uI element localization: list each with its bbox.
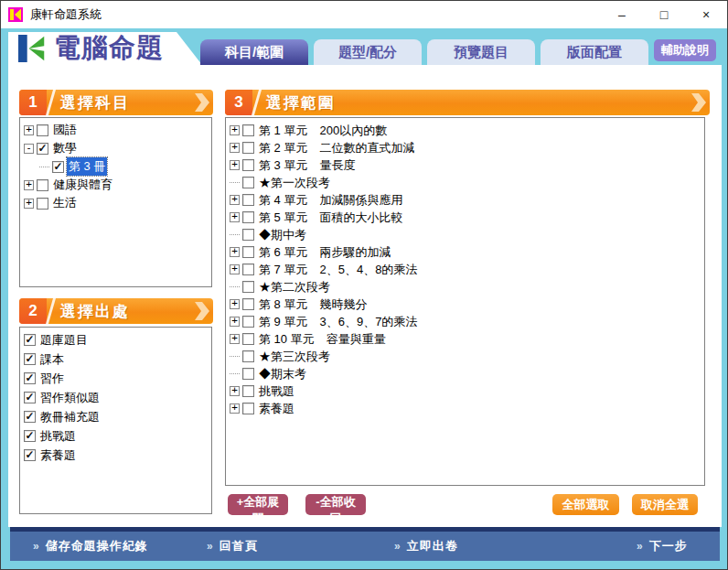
tree-label[interactable]: ★第一次段考 [257, 174, 332, 192]
tab-4[interactable]: 版面配置 [541, 39, 648, 65]
tree-label[interactable]: ◆期末考 [257, 365, 308, 383]
expand-all-button[interactable]: +全部展開 [228, 494, 288, 515]
step-number: 1 [19, 90, 47, 115]
tab-1[interactable]: 科目/範圍» [200, 39, 308, 65]
tree-label[interactable]: 挑戰題 [257, 382, 296, 401]
expand-toggle-icon[interactable]: + [230, 125, 240, 135]
footer-link-3[interactable]: »立即出卷 [394, 532, 458, 561]
source-checkbox[interactable]: ✓ [24, 334, 36, 346]
tree-label[interactable]: 健康與體育 [51, 176, 114, 194]
footer-link-label: 回首頁 [219, 538, 258, 554]
source-banner-title: 選擇出處 [60, 301, 130, 322]
expand-toggle-icon[interactable]: + [230, 195, 240, 205]
tree-label[interactable]: 第 7 單元 2、5、4、8的乘法 [257, 261, 419, 279]
tree-checkbox[interactable] [242, 194, 254, 206]
tree-checkbox[interactable] [242, 263, 254, 275]
close-button[interactable]: × [685, 1, 727, 28]
source-checkbox[interactable]: ✓ [24, 430, 36, 442]
expand-toggle-icon[interactable]: + [230, 334, 240, 344]
tree-label[interactable]: 生活 [51, 194, 79, 212]
expand-toggle-icon[interactable]: + [230, 299, 240, 309]
tree-label[interactable]: 數學 [51, 139, 79, 157]
source-label[interactable]: 教冊補充題 [38, 408, 102, 426]
tree-checkbox[interactable] [37, 198, 48, 210]
tree-checkbox[interactable] [242, 281, 254, 293]
tree-checkbox[interactable] [242, 403, 254, 414]
tree-label[interactable]: 第 1 單元 200以內的數 [257, 122, 389, 140]
tree-checkbox[interactable] [37, 124, 48, 136]
tree-label[interactable]: 第 8 單元 幾時幾分 [257, 296, 369, 314]
tree-checkbox[interactable]: ✓ [52, 161, 64, 173]
tree-checkbox[interactable] [242, 229, 254, 241]
tree-checkbox[interactable] [242, 177, 254, 188]
title-bar: 康軒命題系統 – □ × [1, 1, 727, 28]
expand-toggle-icon[interactable]: + [24, 125, 34, 135]
tree-connector [39, 167, 49, 167]
select-all-button[interactable]: 全部選取 [552, 494, 619, 515]
footer-link-1[interactable]: »儲存命題操作紀錄 [33, 532, 148, 561]
expand-toggle-icon[interactable]: + [230, 247, 240, 257]
minimize-button[interactable]: – [601, 1, 643, 28]
source-label[interactable]: 題庫題目 [38, 331, 90, 350]
tree-checkbox[interactable] [242, 385, 254, 397]
tree-label[interactable]: 第 3 單元 量長度 [257, 156, 357, 175]
tree-checkbox[interactable] [242, 333, 254, 345]
tree-label[interactable]: 第 10 單元 容量與重量 [257, 330, 388, 349]
tree-checkbox[interactable] [242, 246, 254, 258]
help-button[interactable]: 輔助說明 [654, 39, 716, 61]
tree-row: ★第三次段考 [228, 348, 702, 365]
source-checkbox[interactable]: ✓ [24, 372, 36, 384]
tab-3[interactable]: 預覽題目 [427, 39, 535, 65]
tree-checkbox[interactable] [242, 159, 254, 171]
tree-label[interactable]: 第 9 單元 3、6、9、7的乘法 [257, 313, 419, 331]
tree-row: +第 10 單元 容量與重量 [228, 330, 702, 348]
tab-2[interactable]: 題型/配分 [314, 39, 422, 65]
source-checkbox[interactable]: ✓ [24, 449, 36, 461]
tree-checkbox[interactable] [242, 316, 254, 328]
source-checkbox[interactable]: ✓ [24, 353, 36, 365]
source-label[interactable]: 素養題 [38, 446, 78, 465]
expand-toggle-icon[interactable]: + [230, 264, 240, 274]
deselect-all-button[interactable]: 取消全選 [632, 494, 698, 515]
source-label[interactable]: 習作類似題 [38, 389, 102, 407]
tree-label[interactable]: ★第二次段考 [257, 278, 332, 296]
footer-link-2[interactable]: »回首頁 [207, 532, 258, 561]
expand-toggle-icon[interactable]: + [24, 199, 34, 209]
tree-label[interactable]: 第 6 單元 兩步驟的加減 [257, 243, 392, 262]
tree-label[interactable]: 第 5 單元 面積的大小比較 [257, 209, 404, 227]
expand-toggle-icon[interactable]: + [230, 403, 240, 414]
tree-label[interactable]: 國語 [51, 121, 79, 139]
source-label[interactable]: 習作 [38, 370, 66, 388]
tree-checkbox[interactable] [242, 368, 254, 380]
source-checkbox[interactable]: ✓ [24, 392, 36, 403]
collapse-toggle-icon[interactable]: - [24, 144, 34, 154]
expand-toggle-icon[interactable]: + [24, 180, 34, 190]
tree-label[interactable]: 第 2 單元 二位數的直式加減 [257, 139, 416, 157]
tree-checkbox[interactable] [242, 124, 254, 136]
tree-checkbox[interactable] [37, 179, 48, 191]
source-label[interactable]: 挑戰題 [38, 427, 78, 446]
tree-row: +第 6 單元 兩步驟的加減 [228, 243, 702, 261]
expand-toggle-icon[interactable]: + [230, 386, 240, 396]
tree-label[interactable]: ◆期中考 [257, 226, 308, 244]
tree-checkbox[interactable]: ✓ [37, 143, 48, 155]
tree-checkbox[interactable] [242, 142, 254, 154]
expand-toggle-icon[interactable]: + [230, 317, 240, 327]
tree-checkbox[interactable] [242, 211, 254, 223]
tree-checkbox[interactable] [242, 350, 254, 362]
collapse-all-button[interactable]: -全部收回 [305, 494, 366, 515]
tree-checkbox[interactable] [242, 298, 254, 310]
maximize-button[interactable]: □ [643, 1, 685, 28]
expand-toggle-icon[interactable]: + [230, 160, 240, 170]
tree-label[interactable]: ★第三次段考 [257, 348, 332, 366]
tree-label[interactable]: 第 3 冊 [67, 157, 107, 176]
source-checkbox[interactable]: ✓ [24, 411, 36, 423]
tree-label[interactable]: 第 4 單元 加減關係與應用 [257, 191, 404, 210]
expand-toggle-icon[interactable]: + [230, 212, 240, 222]
footer-link-4[interactable]: »下一步 [637, 532, 688, 561]
tree-label[interactable]: 素養題 [257, 400, 296, 418]
source-label[interactable]: 課本 [38, 350, 66, 369]
tree-row: ◆期中考 [228, 226, 702, 243]
banner-arrow-icon [194, 301, 210, 321]
expand-toggle-icon[interactable]: + [230, 143, 240, 153]
